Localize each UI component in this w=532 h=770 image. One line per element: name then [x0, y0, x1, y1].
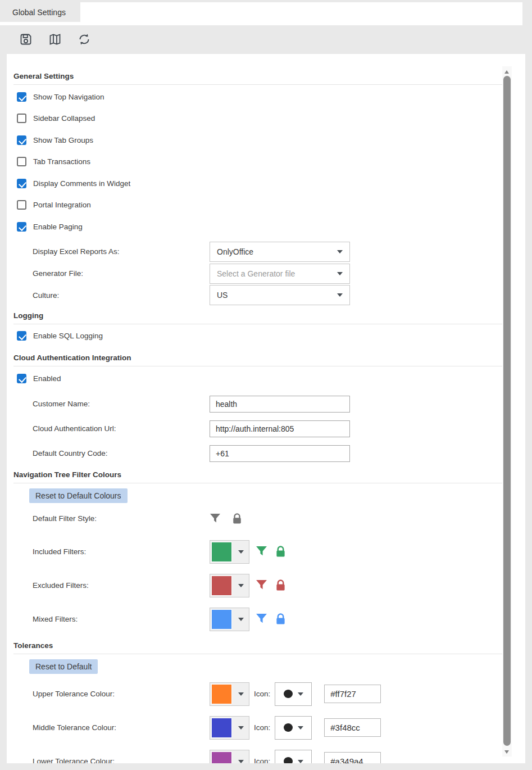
map-button[interactable] [46, 30, 64, 48]
field-row-middle-tolerance: Middle Tolerance Colour: Icon: [7, 711, 525, 745]
lower-tolerance-colour-select[interactable] [210, 750, 249, 763]
checkbox-label: Portal Integration [33, 201, 91, 209]
chevron-down-icon [298, 760, 303, 763]
scroll-down-arrow-icon[interactable] [504, 750, 509, 754]
lower-tolerance-icon-select[interactable] [275, 750, 312, 763]
upper-tolerance-colour-select[interactable] [210, 682, 249, 706]
field-row-generator-file: Generator File: Select a Generator file [7, 262, 525, 284]
field-row-upper-tolerance: Upper Tolerance Colour: Icon: [7, 677, 525, 711]
icon-label: Icon: [254, 723, 270, 732]
tab-global-settings[interactable]: Global Settings [0, 2, 80, 22]
reset-default-colours-button[interactable]: Reset to Default Colours [29, 488, 128, 503]
portal-integration-checkbox[interactable] [17, 200, 26, 210]
default-country-code-input[interactable] [210, 445, 350, 462]
field-label: Customer Name: [33, 400, 210, 408]
section-header-general: General Settings [13, 72, 502, 85]
field-row-default-filter-style: Default Filter Style: [7, 506, 525, 531]
lock-icon [275, 613, 286, 626]
enable-sql-logging-checkbox[interactable] [17, 331, 26, 341]
checkbox-label: Show Top Navigation [33, 93, 104, 101]
display-excel-reports-select[interactable]: OnlyOffice [210, 242, 350, 262]
generator-file-select[interactable]: Select a Generator file [210, 264, 350, 284]
funnel-icon [256, 613, 267, 625]
recycle-button[interactable] [75, 30, 93, 48]
recycle-icon [78, 33, 91, 46]
middle-tolerance-icon-select[interactable] [275, 716, 312, 740]
colour-swatch [211, 576, 232, 596]
select-value: OnlyOffice [217, 247, 253, 256]
field-row-mixed-filters: Mixed Filters: [7, 603, 525, 636]
checkbox-row-show-tab-groups: Show Tab Groups [7, 129, 525, 151]
field-label: Default Filter Style: [33, 514, 210, 523]
customer-name-input[interactable] [210, 396, 350, 413]
enable-paging-checkbox[interactable] [17, 222, 26, 232]
chevron-down-icon [298, 692, 303, 696]
chevron-down-icon [337, 272, 343, 275]
checkbox-label: Enabled [33, 374, 61, 383]
colour-swatch [211, 718, 232, 738]
middle-tolerance-hex-input[interactable] [324, 718, 381, 737]
circle-icon [284, 723, 293, 732]
scroll-up-arrow-icon[interactable] [504, 70, 509, 74]
field-row-culture: Culture: US [7, 284, 525, 306]
chevron-down-icon [238, 692, 244, 696]
reset-default-button[interactable]: Reset to Default [29, 659, 98, 674]
lock-icon [275, 545, 286, 558]
culture-select[interactable]: US [210, 285, 350, 305]
checkbox-row-show-top-navigation: Show Top Navigation [7, 86, 525, 108]
checkbox-label: Enable Paging [33, 223, 83, 231]
filter-style-funnel-icon[interactable] [210, 513, 221, 524]
excluded-filters-colour-select[interactable] [210, 574, 249, 597]
chevron-down-icon [238, 618, 244, 621]
section-header-cloud-auth: Cloud Authentication Integration [13, 354, 502, 366]
vertical-scrollbar[interactable] [502, 66, 512, 757]
lower-tolerance-hex-input[interactable] [324, 752, 381, 763]
select-placeholder: Select a Generator file [217, 269, 295, 278]
checkbox-row-sidebar-collapsed: Sidebar Collapsed [7, 108, 525, 130]
checkbox-label: Show Tab Groups [33, 136, 93, 144]
cloud-enabled-checkbox[interactable] [17, 374, 26, 383]
field-label: Display Excel Reports As: [33, 247, 210, 256]
mixed-filters-colour-select[interactable] [210, 608, 249, 631]
select-value: US [217, 291, 228, 300]
field-label: Culture: [33, 291, 210, 300]
chevron-down-icon [238, 584, 244, 587]
upper-tolerance-hex-input[interactable] [324, 685, 381, 703]
chevron-down-icon [238, 726, 244, 730]
map-icon [48, 33, 62, 46]
field-row-display-excel-reports: Display Excel Reports As: OnlyOffice [7, 241, 525, 263]
filter-style-lock-icon[interactable] [232, 513, 242, 525]
sidebar-collapsed-checkbox[interactable] [17, 114, 26, 123]
field-label: Lower Tolerance Colour: [33, 757, 210, 763]
tab-transactions-checkbox[interactable] [17, 157, 26, 166]
checkbox-row-display-comments: Display Comments in Widget [7, 173, 525, 194]
circle-icon [284, 690, 293, 698]
checkbox-row-tab-transactions: Tab Transactions [7, 151, 525, 173]
cloud-auth-url-input[interactable] [210, 420, 350, 437]
field-row-included-filters: Included Filters: [7, 535, 525, 569]
section-header-logging: Logging [13, 311, 502, 324]
chevron-down-icon [337, 293, 343, 297]
field-label: Default Country Code: [33, 449, 210, 458]
field-label: Cloud Authentication Url: [33, 424, 210, 433]
show-tab-groups-checkbox[interactable] [17, 135, 26, 145]
field-label: Included Filters: [33, 547, 210, 556]
upper-tolerance-icon-select[interactable] [275, 682, 312, 706]
field-label: Mixed Filters: [33, 615, 210, 623]
show-top-navigation-checkbox[interactable] [17, 92, 26, 102]
middle-tolerance-colour-select[interactable] [210, 716, 249, 740]
scrollbar-thumb[interactable] [503, 76, 511, 746]
chevron-down-icon [238, 550, 244, 554]
field-row-default-country-code: Default Country Code: [7, 441, 525, 466]
field-label: Generator File: [33, 269, 210, 278]
save-button[interactable] [17, 30, 35, 48]
field-row-customer-name: Customer Name: [7, 392, 525, 416]
tab-label: Global Settings [12, 8, 66, 17]
display-comments-checkbox[interactable] [17, 179, 26, 188]
checkbox-row-cloud-enabled: Enabled [7, 368, 525, 389]
field-row-excluded-filters: Excluded Filters: [7, 569, 525, 603]
section-header-tolerances: Tolerances [13, 641, 502, 654]
field-label: Middle Tolerance Colour: [33, 723, 210, 732]
included-filters-colour-select[interactable] [210, 540, 249, 564]
circle-icon [284, 757, 293, 763]
